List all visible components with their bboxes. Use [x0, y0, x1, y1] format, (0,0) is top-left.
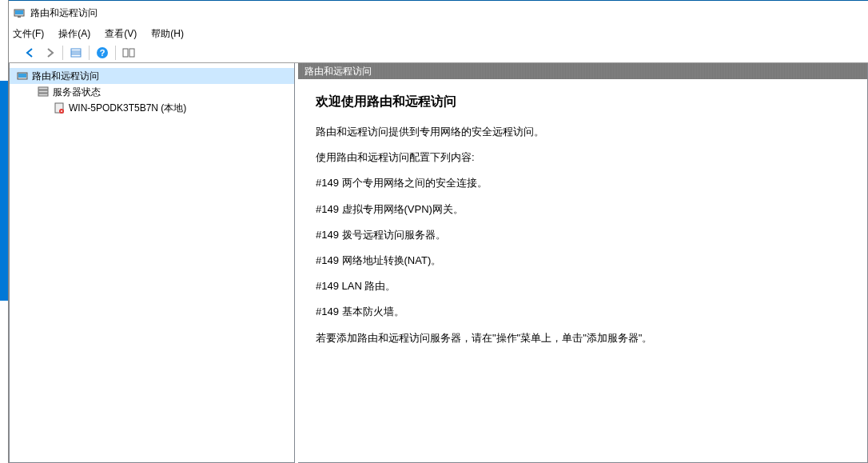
config-item-2: #149 虚拟专用网络(VPN)网关。	[316, 202, 850, 217]
svg-rect-13	[38, 87, 48, 90]
menubar: 文件(F) 操作(A) 查看(V) 帮助(H)	[0, 25, 868, 42]
instruction-text: 若要添加路由和远程访问服务器，请在"操作"菜单上，单击"添加服务器"。	[316, 331, 850, 345]
help-button[interactable]: ?	[94, 44, 111, 62]
forward-button[interactable]	[41, 44, 58, 62]
rras-icon	[16, 70, 29, 82]
left-edge-highlight	[0, 81, 8, 301]
tree-panel[interactable]: 路由和远程访问 服务器状态	[9, 63, 295, 463]
svg-rect-15	[38, 94, 48, 96]
tree-server-status[interactable]: 服务器状态	[10, 84, 294, 100]
server-icon	[53, 102, 66, 114]
main-body: 欢迎使用路由和远程访问 路由和远程访问提供到专用网络的安全远程访问。 使用路由和…	[298, 79, 867, 462]
svg-rect-2	[18, 16, 21, 18]
toolbar-separator-3	[115, 46, 116, 60]
svg-rect-12	[18, 74, 26, 78]
show-hide-button[interactable]	[120, 44, 137, 62]
intro-text: 路由和远程访问提供到专用网络的安全远程访问。	[316, 125, 850, 139]
welcome-heading: 欢迎使用路由和远程访问	[316, 94, 850, 110]
tree-local-server-label: WIN-5PODK3T5B7N (本地)	[69, 102, 186, 115]
config-item-5: #149 LAN 路由。	[316, 279, 850, 293]
menu-file[interactable]: 文件(F)	[13, 27, 44, 41]
main-header-title: 路由和远程访问	[305, 65, 372, 78]
back-button[interactable]	[22, 44, 39, 62]
menu-action[interactable]: 操作(A)	[58, 27, 90, 41]
app-icon	[13, 6, 26, 19]
svg-rect-9	[123, 49, 128, 57]
tree-local-server[interactable]: WIN-5PODK3T5B7N (本地)	[10, 100, 294, 116]
config-item-1: #149 两个专用网络之间的安全连接。	[316, 176, 850, 190]
server-status-icon	[37, 86, 50, 98]
config-label: 使用路由和远程访问配置下列内容:	[316, 150, 850, 165]
svg-rect-1	[15, 10, 23, 14]
svg-rect-14	[38, 90, 48, 93]
svg-text:?: ?	[100, 48, 106, 58]
toolbar-separator	[62, 46, 63, 60]
main-header: 路由和远程访问	[298, 63, 867, 79]
menu-help[interactable]: 帮助(H)	[151, 27, 184, 41]
toolbar-separator-2	[89, 46, 90, 60]
toolbar: ?	[9, 42, 868, 63]
config-item-4: #149 网络地址转换(NAT)。	[316, 253, 850, 268]
main-window: 路由和远程访问 文件(F) 操作(A) 查看(V) 帮助(H) ?	[0, 0, 868, 463]
svg-rect-10	[129, 49, 134, 57]
titlebar: 路由和远程访问	[0, 1, 868, 25]
tree-root-label: 路由和远程访问	[32, 70, 99, 83]
properties-button[interactable]	[67, 44, 85, 62]
window-title: 路由和远程访问	[30, 6, 98, 20]
config-item-3: #149 拨号远程访问服务器。	[316, 228, 850, 242]
main-panel: 路由和远程访问 欢迎使用路由和远程访问 路由和远程访问提供到专用网络的安全远程访…	[298, 63, 868, 463]
content-area: 路由和远程访问 服务器状态	[9, 63, 868, 463]
menu-view[interactable]: 查看(V)	[105, 27, 137, 41]
config-item-6: #149 基本防火墙。	[316, 305, 850, 319]
tree-server-status-label: 服务器状态	[53, 86, 101, 99]
tree-root[interactable]: 路由和远程访问	[10, 68, 294, 84]
